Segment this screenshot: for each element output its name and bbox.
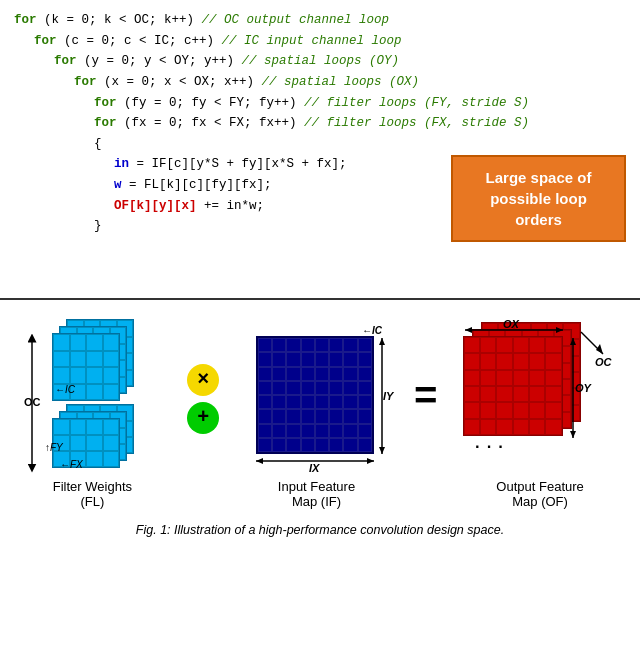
input-feature-map-visual: ←IC IY IX bbox=[244, 318, 389, 473]
code-line-6: for (fx = 0; fx < FX; fx++) // filter lo… bbox=[14, 113, 626, 134]
output-feature-map-item: ··· OX OY OC bbox=[463, 318, 618, 509]
filter-weights-label: Filter Weights(FL) bbox=[53, 479, 132, 509]
svg-marker-10 bbox=[379, 338, 385, 345]
svg-marker-24 bbox=[596, 344, 603, 354]
code-brace-open: { bbox=[14, 134, 626, 155]
input-feature-map-item: ←IC IY IX Input FeatureMap (IF) bbox=[244, 318, 389, 509]
for-keyword-4: for bbox=[74, 75, 97, 89]
equals-sign: = bbox=[414, 376, 438, 421]
svg-marker-21 bbox=[570, 431, 576, 438]
svg-text:←IC: ←IC bbox=[362, 325, 383, 336]
code-line-1: for (k = 0; k < OC; k++) // OC output ch… bbox=[14, 10, 626, 31]
for-keyword-3: for bbox=[54, 54, 77, 68]
orange-box: Large space of possible loop orders bbox=[451, 155, 626, 242]
code-line-5: for (fy = 0; fy < FY; fy++) // filter lo… bbox=[14, 93, 626, 114]
for-keyword-6: for bbox=[94, 116, 117, 130]
output-feature-map-label: Output FeatureMap (OF) bbox=[496, 479, 583, 509]
svg-marker-11 bbox=[379, 447, 385, 454]
svg-text:IY: IY bbox=[383, 390, 395, 402]
diagram-row: ··· bbox=[10, 318, 630, 509]
filter-weights-item: ··· bbox=[22, 318, 162, 509]
multiply-operator: × bbox=[187, 364, 219, 396]
svg-text:OC: OC bbox=[24, 396, 41, 408]
for-keyword-2: for bbox=[34, 34, 57, 48]
for-keyword-1: for bbox=[14, 13, 37, 27]
operators: × + bbox=[187, 364, 219, 434]
svg-marker-16 bbox=[465, 327, 472, 333]
svg-marker-13 bbox=[367, 458, 374, 464]
orange-box-text: Large space of possible loop orders bbox=[486, 169, 592, 228]
code-line-2: for (c = 0; c < IC; c++) // IC input cha… bbox=[14, 31, 626, 52]
svg-line-22 bbox=[581, 332, 603, 354]
for-keyword-5: for bbox=[94, 96, 117, 110]
caption-text: Fig. 1: Illustration of a high-performan… bbox=[136, 523, 504, 537]
output-feature-map-visual: ··· OX OY OC bbox=[463, 318, 618, 473]
code-line-3: for (y = 0; y < OY; y++) // spatial loop… bbox=[14, 51, 626, 72]
svg-marker-12 bbox=[256, 458, 263, 464]
code-section: for (k = 0; k < OC; k++) // OC output ch… bbox=[0, 0, 640, 300]
add-operator: + bbox=[187, 402, 219, 434]
diagram-section: ··· bbox=[0, 300, 640, 541]
filter-weights-visual: ··· bbox=[22, 318, 162, 473]
input-feature-map-label: Input FeatureMap (IF) bbox=[278, 479, 355, 509]
svg-text:IX: IX bbox=[309, 462, 320, 474]
svg-text:OC: OC bbox=[595, 356, 613, 368]
figure-caption: Fig. 1: Illustration of a high-performan… bbox=[10, 523, 630, 537]
code-line-4: for (x = 0; x < OX; x++) // spatial loop… bbox=[14, 72, 626, 93]
